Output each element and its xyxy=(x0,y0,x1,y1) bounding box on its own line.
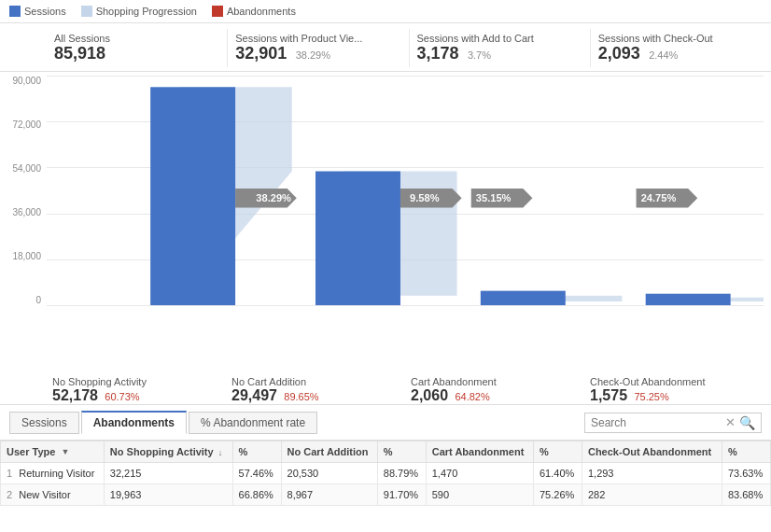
search-clear-icon[interactable]: ✕ xyxy=(725,415,736,429)
stat-add-to-cart-value: 3,178 xyxy=(417,44,459,63)
no-shopping-sort-icon[interactable]: ↓ xyxy=(218,448,223,457)
th-checkout-abandon: Check-Out Abandonment xyxy=(582,441,722,463)
y-axis: 90,000 72,000 54,000 36,000 18,000 0 xyxy=(0,72,45,305)
svg-text:35.15%: 35.15% xyxy=(476,192,512,203)
td-nsa-pct-0: 57.46% xyxy=(232,463,281,484)
table-header-row: User Type ▼ No Shopping Activity ↓ % No … xyxy=(1,441,771,463)
user-type-sort-icon[interactable]: ▼ xyxy=(61,447,69,456)
bottom-no-shopping: No Shopping Activity 52,178 60.73% xyxy=(47,376,226,404)
stat-all-sessions-label: All Sessions xyxy=(54,33,219,44)
td-user-type-1: 2 New Visitor xyxy=(1,484,105,506)
stat-checkout-value: 2,093 xyxy=(598,44,640,63)
svg-rect-7 xyxy=(646,294,731,305)
svg-text:24.75%: 24.75% xyxy=(641,192,677,203)
stat-product-views-value: 32,901 xyxy=(235,44,287,63)
tab-bar: Sessions Abandonments % Abandonment rate… xyxy=(0,405,771,441)
stat-checkout-pct: 2.44% xyxy=(649,49,678,61)
svg-rect-6 xyxy=(481,291,566,305)
td-nsa-0: 32,215 xyxy=(104,463,232,484)
bottom-cart-abandon-label: Cart Abandonment xyxy=(411,376,579,387)
th-cart-abandon: Cart Abandonment xyxy=(426,441,533,463)
chart-section: 90,000 72,000 54,000 36,000 18,000 0 xyxy=(0,72,771,405)
stat-all-sessions: All Sessions 85,918 xyxy=(47,29,228,67)
td-nca-0: 20,530 xyxy=(281,463,377,484)
legend-progression-icon xyxy=(81,6,92,17)
bottom-cart-abandon: Cart Abandonment 2,060 64.82% xyxy=(405,376,584,404)
y-label-18k: 18,000 xyxy=(12,251,41,261)
svg-text:38.29%: 38.29% xyxy=(256,192,291,203)
td-user-type-value-0: Returning Visitor xyxy=(19,468,94,479)
th-no-shopping-label: No Shopping Activity xyxy=(110,446,214,457)
th-nca-pct: % xyxy=(377,441,426,463)
funnel-chart: 90,000 72,000 54,000 36,000 18,000 0 xyxy=(0,72,771,343)
stat-product-views-label: Sessions with Product Vie... xyxy=(235,33,400,44)
y-label-0: 0 xyxy=(35,295,41,305)
tab-sessions[interactable]: Sessions xyxy=(9,412,79,434)
th-user-type-label: User Type xyxy=(7,446,55,457)
y-label-36k: 36,000 xyxy=(12,207,41,217)
stat-all-sessions-value: 85,918 xyxy=(54,44,105,63)
bottom-labels: No Shopping Activity 52,178 60.73% No Ca… xyxy=(0,343,771,404)
td-user-type-value-1: New Visitor xyxy=(19,489,70,500)
legend-progression-label: Shopping Progression xyxy=(96,6,197,17)
td-ca-0: 1,470 xyxy=(426,463,533,484)
td-nca-pct-1: 91.70% xyxy=(377,484,426,506)
td-user-type-0: 1 Returning Visitor xyxy=(1,463,105,484)
funnel-svg: 38.29% 9.58% 35.15% 24.75% xyxy=(47,76,764,305)
bottom-no-cart-label: No Cart Addition xyxy=(231,376,400,387)
svg-rect-5 xyxy=(315,172,400,306)
stat-add-to-cart-pct: 3.7% xyxy=(468,49,491,61)
td-ca-1: 590 xyxy=(426,484,533,506)
chart-legend: Sessions Shopping Progression Abandonmen… xyxy=(0,0,771,23)
legend-sessions-label: Sessions xyxy=(24,6,66,17)
legend-abandonments-label: Abandonments xyxy=(227,6,296,17)
tab-abandonment-rate[interactable]: % Abandonment rate xyxy=(189,412,317,434)
td-coa-1: 282 xyxy=(582,484,722,506)
legend-sessions: Sessions xyxy=(9,6,66,17)
table-row: 1 Returning Visitor 32,215 57.46% 20,530… xyxy=(1,463,771,484)
search-input[interactable] xyxy=(591,416,722,429)
th-ca-pct: % xyxy=(534,441,582,463)
y-label-54k: 54,000 xyxy=(12,163,41,174)
td-ca-pct-0: 61.40% xyxy=(534,463,582,484)
th-coa-pct: % xyxy=(722,441,770,463)
row-num-1: 2 xyxy=(7,489,12,500)
y-label-72k: 72,000 xyxy=(12,119,41,130)
data-table: User Type ▼ No Shopping Activity ↓ % No … xyxy=(0,441,771,506)
td-nsa-1: 19,963 xyxy=(104,484,232,506)
bottom-checkout-abandon: Check-Out Abandonment 1,575 75.25% xyxy=(584,376,764,404)
stat-checkout-label: Sessions with Check-Out xyxy=(598,33,764,44)
bottom-no-cart-value: 29,497 xyxy=(231,387,277,403)
svg-text:9.58%: 9.58% xyxy=(410,192,440,203)
search-submit-icon[interactable]: 🔍 xyxy=(739,415,755,430)
bottom-cart-abandon-pct: 64.82% xyxy=(455,391,489,402)
stat-product-views: Sessions with Product Vie... 32,901 38.2… xyxy=(228,29,409,67)
stat-add-to-cart-label: Sessions with Add to Cart xyxy=(417,33,582,44)
tab-abandonments[interactable]: Abandonments xyxy=(81,411,187,434)
th-user-type: User Type ▼ xyxy=(1,441,105,463)
search-box: ✕ 🔍 xyxy=(584,413,762,433)
stat-product-views-pct: 38.29% xyxy=(296,49,330,61)
td-coa-pct-0: 73.63% xyxy=(722,463,770,484)
th-nsa-pct: % xyxy=(232,441,281,463)
row-num-0: 1 xyxy=(7,468,12,479)
bottom-no-cart: No Cart Addition 29,497 89.65% xyxy=(226,376,405,404)
th-no-shopping: No Shopping Activity ↓ xyxy=(104,441,232,463)
stat-add-to-cart: Sessions with Add to Cart 3,178 3.7% xyxy=(410,29,591,67)
td-ca-pct-1: 75.26% xyxy=(534,484,582,506)
th-no-cart: No Cart Addition xyxy=(281,441,377,463)
table-section: Sessions Abandonments % Abandonment rate… xyxy=(0,405,771,506)
td-nca-1: 8,967 xyxy=(281,484,377,506)
bottom-no-cart-pct: 89.65% xyxy=(284,391,318,402)
legend-abandonments-icon xyxy=(212,6,223,17)
bottom-checkout-abandon-pct: 75.25% xyxy=(634,391,668,402)
bottom-checkout-abandon-label: Check-Out Abandonment xyxy=(590,376,758,387)
bottom-no-shopping-label: No Shopping Activity xyxy=(52,376,220,387)
y-label-90k: 90,000 xyxy=(12,76,41,86)
td-nca-pct-0: 88.79% xyxy=(377,463,426,484)
svg-rect-4 xyxy=(150,87,235,305)
bottom-no-shopping-value: 52,178 xyxy=(52,387,98,403)
legend-progression: Shopping Progression xyxy=(81,6,197,17)
stats-row: All Sessions 85,918 Sessions with Produc… xyxy=(0,23,771,72)
stat-checkout: Sessions with Check-Out 2,093 2.44% xyxy=(591,29,771,67)
